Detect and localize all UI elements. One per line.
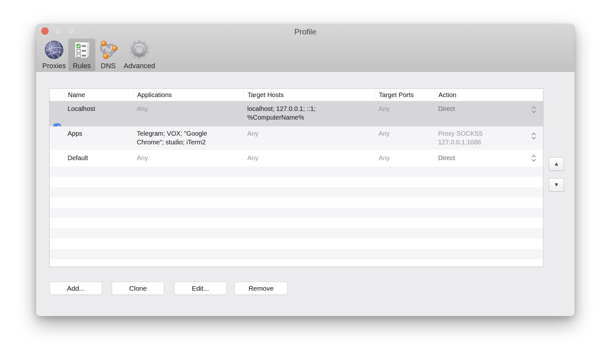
- toolbar-item-rules[interactable]: Rules: [68, 39, 95, 71]
- column-header-action[interactable]: Action: [435, 91, 543, 99]
- empty-row: [50, 187, 543, 197]
- rules-table: Name Applications Target Hosts Target Po…: [49, 88, 543, 267]
- rule-name: Localhost: [64, 101, 133, 126]
- rule-target-ports: Any: [375, 101, 435, 126]
- toolbar-label-dns: DNS: [101, 62, 116, 70]
- rule-action: Direct: [435, 101, 543, 126]
- toolbar-item-proxies[interactable]: Proxies: [40, 39, 69, 71]
- action-stepper-icon[interactable]: [531, 131, 537, 142]
- action-stepper-icon[interactable]: [531, 153, 537, 164]
- rule-target-hosts: Any: [244, 150, 375, 167]
- empty-row: [50, 208, 543, 218]
- gear-icon: [129, 39, 150, 60]
- action-stepper-icon[interactable]: [531, 105, 537, 116]
- titlebar-toolbar: Profile: [36, 24, 575, 72]
- empty-row: [50, 228, 543, 239]
- column-header-target-hosts[interactable]: Target Hosts: [244, 91, 375, 99]
- add-button[interactable]: Add...: [50, 282, 102, 295]
- toolbar-item-advanced[interactable]: Advanced: [122, 39, 157, 71]
- down-triangle-icon: ▼: [554, 182, 559, 188]
- table-row[interactable]: Localhost Any localhost; 127.0.0.1; ::1;…: [50, 101, 543, 126]
- checklist-icon: [71, 39, 92, 60]
- toolbar-label-advanced: Advanced: [124, 62, 155, 70]
- rule-target-ports: Any: [375, 150, 435, 167]
- column-header-checkbox[interactable]: [50, 91, 64, 99]
- toolbar-item-dns[interactable]: DNS: [97, 39, 119, 71]
- window-title: Profile: [36, 27, 575, 37]
- column-header-name[interactable]: Name: [64, 91, 133, 99]
- rule-target-hosts: Any: [244, 126, 375, 150]
- empty-row: [50, 177, 543, 187]
- rule-applications: Telegram; VOX; "Google Chrome"; studio; …: [133, 126, 244, 150]
- rule-applications: Any: [133, 101, 244, 126]
- rule-name: Apps: [64, 126, 133, 150]
- toolbar-label-proxies: Proxies: [42, 62, 66, 70]
- app-window: Profile: [36, 24, 575, 316]
- table-row[interactable]: Apps Telegram; VOX; "Google Chrome"; stu…: [50, 126, 543, 150]
- move-down-button[interactable]: ▼: [549, 178, 564, 192]
- toolbar-label-rules: Rules: [73, 62, 91, 70]
- network-nodes-icon: [98, 39, 118, 60]
- remove-button[interactable]: Remove: [235, 282, 287, 295]
- table-header: Name Applications Target Hosts Target Po…: [50, 89, 543, 101]
- rule-enabled-checkbox[interactable]: [53, 115, 64, 126]
- rule-name: Default: [64, 150, 133, 167]
- rule-applications: Any: [133, 150, 244, 167]
- rule-target-ports: Any: [375, 126, 435, 150]
- column-header-target-ports[interactable]: Target Ports: [375, 91, 435, 99]
- rule-action: Direct: [435, 150, 543, 167]
- rule-enabled-checkbox[interactable]: [53, 141, 64, 150]
- empty-row: [50, 197, 543, 208]
- empty-row: [50, 249, 543, 259]
- move-up-button[interactable]: ▲: [549, 157, 564, 171]
- table-row[interactable]: Default Any Any Any Direct: [50, 150, 543, 167]
- column-header-applications[interactable]: Applications: [133, 91, 244, 99]
- empty-row: [50, 218, 543, 228]
- empty-row: [50, 239, 543, 249]
- rule-target-hosts: localhost; 127.0.0.1; ::1; %ComputerName…: [244, 101, 375, 126]
- up-triangle-icon: ▲: [554, 161, 559, 167]
- globe-icon: [44, 39, 64, 60]
- edit-button[interactable]: Edit...: [174, 282, 227, 295]
- clone-button[interactable]: Clone: [112, 282, 164, 295]
- rule-action: Proxy SOCKS5 127.0.0.1:1086: [435, 126, 543, 150]
- empty-row: [50, 167, 543, 177]
